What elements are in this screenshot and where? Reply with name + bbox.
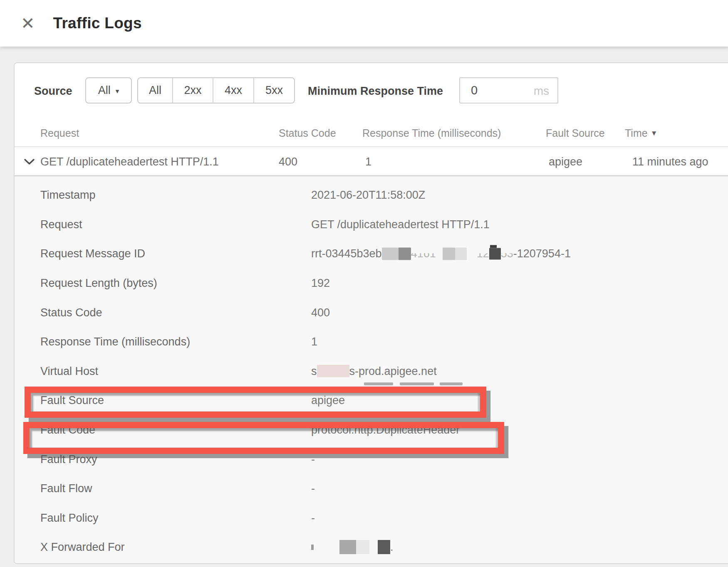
status-filter-4xx[interactable]: 4xx [213, 78, 253, 103]
detail-label: Timestamp [40, 189, 96, 202]
detail-value-text: 1 [311, 335, 317, 348]
status-filter-2xx[interactable]: 2xx [172, 78, 213, 103]
detail-label: Status Code [40, 306, 102, 319]
detail-value-text: apigee [311, 394, 345, 407]
source-label: Source [34, 85, 72, 98]
detail-value: ss-prod.apigee.net [311, 365, 437, 377]
redaction-block [311, 545, 314, 550]
detail-value-text: 400 [311, 306, 330, 319]
chevron-down-icon: ▾ [116, 87, 119, 96]
detail-label: Fault Flow [40, 482, 92, 495]
detail-row: Fault Policy- [15, 503, 728, 533]
detail-value-text: protocol.http.DuplicateHeader [311, 424, 460, 436]
redaction-block [356, 540, 369, 554]
column-header-time[interactable]: Time▼ [625, 127, 657, 139]
chevron-down-icon[interactable] [24, 158, 35, 165]
detail-value-text: - [311, 453, 315, 466]
detail-value-text: - [311, 511, 315, 524]
redaction-block [443, 247, 455, 260]
detail-value-text: s-prod.apigee.net [349, 365, 437, 377]
detail-value: . [311, 540, 394, 554]
detail-label: Fault Policy [40, 511, 99, 524]
detail-label: Virtual Host [40, 365, 98, 377]
detail-label: Fault Source [40, 394, 104, 407]
log-row-time: 11 minutes ago [632, 155, 708, 168]
source-dropdown-value: All [98, 84, 111, 97]
detail-row: Fault Sourceapigee [15, 386, 728, 415]
detail-value-text: - [311, 482, 315, 495]
detail-row: Fault Flow- [15, 474, 728, 503]
redaction-block [489, 248, 501, 259]
redaction-smudge [400, 382, 434, 385]
close-icon[interactable]: ✕ [21, 15, 35, 32]
redacted-text-fragment: 4161 [411, 247, 436, 260]
column-header-response-time-milliseconds[interactable]: Response Time (milliseconds) [362, 127, 501, 139]
detail-value: - [311, 453, 315, 466]
detail-value: GET /duplicateheadertest HTTP/1.1 [311, 218, 490, 231]
detail-label: Fault Proxy [40, 453, 97, 466]
detail-value-text: rrt-03445b3eb [311, 247, 382, 260]
redaction-block [339, 540, 356, 554]
page-title: Traffic Logs [53, 15, 142, 32]
redacted-text-fragment: 53 [501, 247, 513, 260]
detail-row: Fault Proxy- [15, 444, 728, 474]
detail-value: - [311, 511, 315, 524]
detail-label: X Forwarded For [40, 541, 125, 554]
detail-label: Request Length (bytes) [40, 277, 157, 290]
source-dropdown[interactable]: All ▾ [85, 77, 132, 104]
detail-value: 1 [311, 335, 317, 348]
status-filter-all[interactable]: All [138, 78, 172, 103]
detail-value: 192 [311, 277, 330, 290]
detail-row: Response Time (milliseconds)1 [15, 327, 728, 357]
top-bar: ✕ Traffic Logs [0, 0, 728, 47]
log-row-fault-source: apigee [549, 155, 582, 168]
redaction-smudge [440, 382, 463, 385]
sort-desc-icon[interactable]: ▼ [651, 129, 658, 137]
detail-label: Fault Code [40, 424, 95, 436]
redacted-text-fragment: 12 [477, 247, 489, 260]
log-row-status-code: 400 [279, 155, 297, 168]
redaction-smudge [364, 382, 393, 385]
status-code-filter-group: All2xx4xx5xx [137, 77, 295, 104]
detail-value: protocol.http.DuplicateHeader [311, 424, 460, 436]
log-row-response-time: 1 [365, 155, 371, 168]
detail-value: 2021-06-20T11:58:00Z [311, 189, 425, 202]
detail-row: Virtual Hostss-prod.apigee.net [15, 357, 728, 386]
detail-value-text: 2021-06-20T11:58:00Z [311, 189, 425, 202]
redaction-block [455, 247, 467, 260]
detail-value-text: 192 [311, 277, 330, 290]
detail-label: Request Message ID [40, 247, 145, 260]
detail-value-text: s [311, 365, 317, 377]
column-header-fault-source[interactable]: Fault Source [546, 127, 605, 139]
detail-value: - [311, 482, 315, 495]
detail-row: RequestGET /duplicateheadertest HTTP/1.1 [15, 210, 728, 239]
detail-label: Request [40, 218, 82, 231]
min-response-time-label: Minimum Response Time [308, 85, 443, 98]
detail-value: rrt-03445b3eb41611253-1207954-1 [311, 247, 571, 260]
min-response-time-input[interactable] [471, 78, 533, 103]
min-response-time-field: ms [459, 77, 558, 104]
detail-value: 400 [311, 306, 330, 319]
redaction-block [382, 247, 399, 260]
detail-row: Fault Codeprotocol.http.DuplicateHeader [15, 415, 728, 445]
detail-row: Request Message IDrrt-03445b3eb41611253-… [15, 239, 728, 269]
detail-row: Status Code400 [15, 298, 728, 327]
detail-row: Timestamp2021-06-20T11:58:00Z [15, 180, 728, 210]
detail-value-text: GET /duplicateheadertest HTTP/1.1 [311, 218, 490, 231]
detail-row: X Forwarded For. [15, 532, 728, 562]
traffic-logs-panel: ✕ Traffic Logs Source All ▾ All2xx4xx5xx… [0, 0, 728, 567]
log-row-request: GET /duplicateheadertest HTTP/1.1 [40, 155, 219, 168]
detail-row: Request Length (bytes)192 [15, 269, 728, 298]
column-header-status-code[interactable]: Status Code [279, 127, 336, 139]
detail-value: apigee [311, 394, 345, 407]
detail-rows: Timestamp2021-06-20T11:58:00ZRequestGET … [15, 176, 728, 563]
redaction-block [399, 247, 411, 260]
traffic-logs-card: Source All ▾ All2xx4xx5xx Minimum Respon… [14, 62, 728, 564]
status-filter-5xx[interactable]: 5xx [253, 78, 294, 103]
column-header-request[interactable]: Request [40, 127, 79, 139]
log-row[interactable]: GET /duplicateheadertest HTTP/1.1 400 1 … [15, 147, 728, 175]
detail-label: Response Time (milliseconds) [40, 335, 190, 348]
detail-value-text: -1207954-1 [513, 247, 571, 260]
redaction-block [378, 540, 390, 554]
redaction-block [317, 365, 349, 377]
